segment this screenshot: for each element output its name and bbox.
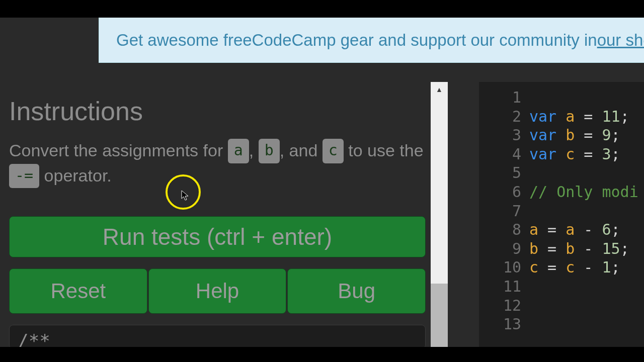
code-line[interactable]: b = b - 15; <box>529 239 638 258</box>
code-chip-op: -= <box>9 164 39 189</box>
banner-text-before: Get awesome freeCodeCamp gear and suppor… <box>116 31 597 50</box>
line-number: 12 <box>479 296 521 315</box>
scroll-thumb[interactable] <box>431 284 448 347</box>
line-number: 13 <box>479 315 521 334</box>
code-line[interactable]: var c = 3; <box>529 145 638 164</box>
code-chip-c: c <box>323 139 344 163</box>
run-tests-button[interactable]: Run tests (ctrl + enter) <box>9 216 426 257</box>
line-number: 10 <box>479 258 521 277</box>
scroll-up-icon[interactable]: ▲ <box>431 82 448 97</box>
instructions-heading: Instructions <box>9 96 432 126</box>
code-line[interactable]: var a = 11; <box>529 107 638 126</box>
promo-banner: Get awesome freeCodeCamp gear and suppor… <box>99 18 644 63</box>
code-line[interactable]: a = a - 6; <box>529 220 638 239</box>
line-number: 9 <box>479 239 521 258</box>
code-line[interactable] <box>529 88 638 107</box>
line-number: 4 <box>479 145 521 164</box>
reset-button[interactable]: Reset <box>9 268 147 314</box>
bug-button[interactable]: Bug <box>287 268 426 314</box>
code-chip-a: a <box>228 139 249 163</box>
line-number: 7 <box>479 202 521 221</box>
line-number: 2 <box>479 107 521 126</box>
banner-link[interactable]: our shop <box>597 31 644 50</box>
line-number: 11 <box>479 277 521 296</box>
scrollbar[interactable]: ▲ <box>431 82 448 347</box>
code-line[interactable] <box>529 163 638 183</box>
code-editor[interactable]: 12345678910111213 var a = 11;var b = 9;v… <box>479 82 644 347</box>
code-line[interactable] <box>529 277 638 296</box>
code-line[interactable] <box>529 296 638 315</box>
code-line[interactable] <box>529 202 638 221</box>
test-output: /** <box>9 325 426 347</box>
line-number: 5 <box>479 163 521 183</box>
code-chip-b: b <box>259 139 280 163</box>
instructions-panel: Instructions Convert the assignments for… <box>0 82 448 347</box>
code-line[interactable]: c = c - 1; <box>529 258 638 277</box>
line-number: 1 <box>479 88 521 107</box>
line-number: 3 <box>479 126 521 145</box>
code-line[interactable]: // Only modi <box>529 183 638 202</box>
instructions-body: Convert the assignments for a, b, and c … <box>9 138 432 188</box>
help-button[interactable]: Help <box>148 268 287 314</box>
line-number: 6 <box>479 183 521 202</box>
code-line[interactable] <box>529 315 638 334</box>
code-line[interactable]: var b = 9; <box>529 126 638 145</box>
line-number: 8 <box>479 220 521 239</box>
